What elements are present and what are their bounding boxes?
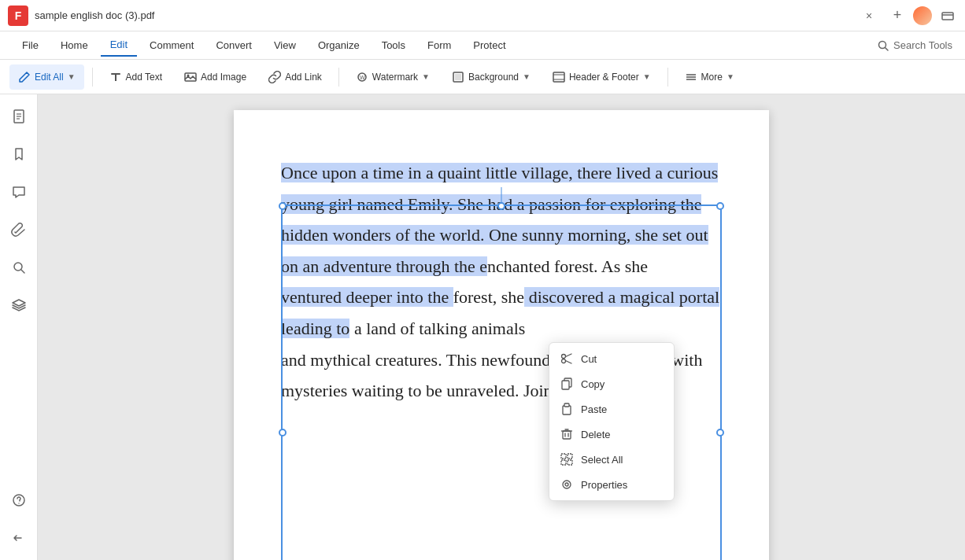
menu-comment[interactable]: Comment — [140, 35, 203, 57]
svg-rect-31 — [562, 381, 569, 389]
background-arrow: ▼ — [523, 72, 531, 81]
cut-label: Cut — [581, 353, 597, 365]
unselected-text: nchanted forest. As she — [487, 256, 648, 276]
watermark-icon: W — [356, 71, 368, 83]
sidebar-item-search[interactable] — [6, 255, 31, 280]
sidebar-item-help[interactable] — [6, 488, 31, 513]
app-logo: F — [8, 6, 28, 26]
unselected-text-3: a land of talking animals — [349, 319, 525, 338]
sidebar-item-comment[interactable] — [6, 179, 31, 204]
menu-file[interactable]: File — [13, 35, 48, 57]
context-select-all[interactable]: Select All — [549, 447, 674, 472]
handle-middle-right[interactable] — [716, 429, 724, 437]
add-image-button[interactable]: Add Image — [176, 64, 255, 90]
svg-rect-32 — [563, 406, 571, 414]
search-tools-button[interactable]: Search Tools — [878, 39, 952, 51]
svg-point-43 — [565, 483, 568, 486]
sidebar-item-layers[interactable] — [6, 293, 31, 318]
file-name: sample english doc (3).pdf — [35, 9, 856, 21]
text-icon — [109, 71, 122, 83]
svg-point-24 — [13, 495, 24, 506]
divider-2 — [338, 68, 339, 87]
close-tab-button[interactable]: × — [863, 9, 875, 22]
svg-rect-33 — [564, 403, 569, 407]
handle-middle-left[interactable] — [279, 429, 287, 437]
menu-form[interactable]: Form — [418, 35, 460, 57]
titlebar-right — [913, 6, 957, 25]
more-icon — [685, 71, 697, 83]
paste-label: Paste — [581, 403, 607, 415]
new-tab-button[interactable]: + — [888, 6, 907, 25]
header-footer-button[interactable]: Header & Footer ▼ — [544, 64, 660, 90]
menu-organize[interactable]: Organize — [309, 35, 369, 57]
svg-rect-11 — [455, 74, 461, 80]
svg-rect-38 — [561, 454, 566, 459]
svg-rect-39 — [568, 454, 572, 459]
context-menu: Cut Copy Paste — [549, 342, 675, 501]
menu-home[interactable]: Home — [51, 35, 98, 57]
header-footer-arrow: ▼ — [643, 72, 651, 81]
divider-3 — [667, 68, 668, 87]
svg-line-3 — [886, 47, 889, 50]
add-text-button[interactable]: Add Text — [101, 64, 171, 90]
pdf-page: Once upon a time in a quaint little vill… — [234, 110, 769, 560]
search-tools-label: Search Tools — [893, 39, 952, 51]
edit-all-button[interactable]: Edit All ▼ — [9, 64, 84, 90]
sidebar — [0, 94, 38, 560]
svg-point-26 — [562, 355, 566, 359]
sidebar-item-attachment[interactable] — [6, 217, 31, 242]
copy-icon — [560, 378, 573, 390]
menubar: File Home Edit Comment Convert View Orga… — [0, 31, 965, 60]
delete-label: Delete — [581, 429, 611, 440]
toolbar: Edit All ▼ Add Text Add Image Add Link W… — [0, 60, 965, 94]
edit-all-label: Edit All — [35, 72, 64, 83]
window-icon[interactable] — [938, 6, 957, 25]
select-all-icon — [560, 453, 573, 466]
titlebar: F sample english doc (3).pdf × + — [0, 0, 965, 31]
svg-rect-34 — [563, 431, 571, 439]
content-area: Once upon a time in a quaint little vill… — [38, 94, 965, 560]
context-cut[interactable]: Cut — [549, 346, 674, 371]
watermark-button[interactable]: W Watermark ▼ — [347, 64, 438, 90]
add-link-button[interactable]: Add Link — [260, 64, 331, 90]
copy-label: Copy — [581, 378, 605, 390]
svg-line-23 — [21, 270, 24, 273]
user-avatar[interactable] — [913, 6, 932, 25]
svg-rect-41 — [568, 460, 572, 465]
main-layout: Once upon a time in a quaint little vill… — [0, 94, 965, 560]
sidebar-item-document[interactable] — [6, 104, 31, 129]
unselected-text-2: forest, she — [453, 287, 524, 307]
context-paste[interactable]: Paste — [549, 396, 674, 422]
svg-rect-0 — [942, 13, 953, 20]
menu-protect[interactable]: Protect — [464, 35, 515, 57]
selected-text-3: ventured deeper into the — [281, 287, 453, 307]
background-icon — [452, 71, 464, 83]
svg-rect-40 — [561, 460, 566, 465]
sidebar-item-collapse[interactable] — [6, 525, 31, 551]
image-icon — [184, 71, 197, 83]
header-footer-icon — [553, 71, 565, 83]
paste-icon — [560, 403, 573, 415]
background-button[interactable]: Background ▼ — [443, 64, 539, 90]
menu-convert[interactable]: Convert — [206, 35, 261, 57]
edit-all-arrow: ▼ — [68, 72, 76, 81]
menu-tools[interactable]: Tools — [372, 35, 415, 57]
svg-point-42 — [563, 481, 571, 488]
watermark-arrow: ▼ — [422, 72, 430, 81]
scissors-icon — [560, 352, 573, 365]
svg-point-25 — [18, 503, 19, 503]
svg-point-27 — [562, 359, 566, 363]
sidebar-item-bookmark[interactable] — [6, 142, 31, 167]
context-delete[interactable]: Delete — [549, 422, 674, 447]
svg-line-29 — [566, 361, 572, 364]
svg-line-28 — [566, 354, 572, 357]
properties-icon — [560, 478, 573, 491]
menu-view[interactable]: View — [264, 35, 305, 57]
context-properties[interactable]: Properties — [549, 472, 674, 497]
divider-1 — [92, 68, 93, 87]
more-button[interactable]: More ▼ — [676, 64, 743, 90]
selected-text: Once upon a time in a quaint little vill… — [281, 163, 718, 245]
menu-edit[interactable]: Edit — [101, 35, 137, 57]
properties-label: Properties — [581, 479, 627, 491]
context-copy[interactable]: Copy — [549, 371, 674, 396]
